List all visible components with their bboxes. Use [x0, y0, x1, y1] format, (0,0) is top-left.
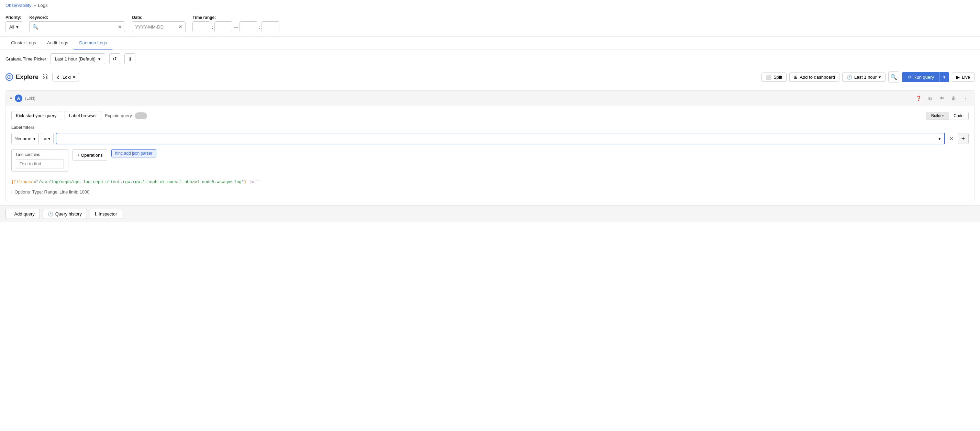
- tab-cluster-logs[interactable]: Cluster Logs: [5, 37, 41, 49]
- date-input[interactable]: [135, 24, 176, 30]
- options-label: Options: [14, 189, 30, 194]
- live-button[interactable]: ▶ Live: [952, 73, 975, 82]
- time-colon-2: :: [259, 24, 260, 30]
- label-filter-clear-button[interactable]: ✕: [947, 135, 956, 143]
- query-block-right: ❓ ⧉ 👁 🗑 ⋮: [914, 94, 970, 103]
- search-icon: 🔍: [32, 24, 38, 30]
- time-end-hour-input[interactable]: 23: [240, 21, 258, 32]
- time-end-minute-input[interactable]: 59: [261, 21, 279, 32]
- date-clear-button[interactable]: ✕: [178, 24, 183, 29]
- split-button[interactable]: ⬜ Split: [762, 73, 786, 82]
- share-icon[interactable]: ⛓: [43, 74, 48, 80]
- priority-select[interactable]: All ▾: [5, 21, 22, 32]
- last-hour-button[interactable]: 🕐 Last 1 hour ▾: [842, 73, 886, 82]
- grafana-bar: Grafana Time Picker Last 1 hour (Default…: [0, 50, 980, 68]
- tabs-bar: Cluster Logs Audit Logs Daemon Logs: [0, 37, 980, 50]
- query-duplicate-button[interactable]: ⧉: [925, 94, 935, 103]
- label-value-input[interactable]: /var/log/ceph/ops-log-ceph-client.rgw.rg…: [60, 136, 936, 141]
- kick-start-button[interactable]: Kick start your query: [11, 111, 61, 120]
- query-history-label: Query history: [55, 212, 82, 216]
- explore-right: ⬜ Split ⊞ Add to dashboard 🕐 Last 1 hour…: [762, 72, 975, 83]
- time-range-row: 00 : 00 — 23 : 59: [192, 21, 279, 32]
- info-button[interactable]: ℹ: [124, 53, 135, 64]
- keyword-input-wrap: 🔍 ✕: [29, 21, 125, 32]
- options-chevron-icon: ›: [11, 190, 13, 194]
- tab-audit-logs[interactable]: Audit Logs: [41, 37, 73, 49]
- query-visibility-button[interactable]: 👁: [937, 94, 947, 103]
- add-to-dashboard-button[interactable]: ⊞ Add to dashboard: [789, 73, 840, 82]
- label-filter-row: filename ▾ = ▾ /var/log/ceph/ops-log-cep…: [11, 133, 969, 144]
- svg-point-1: [9, 76, 10, 78]
- builder-code-tabs: Builder Code: [926, 112, 969, 120]
- hint-add-json-parser-badge[interactable]: hint: add json parser: [111, 149, 156, 157]
- time-separator: —: [234, 24, 238, 30]
- split-label: Split: [773, 75, 782, 80]
- inspector-button[interactable]: ℹ Inspector: [90, 209, 122, 219]
- add-dashboard-label: Add to dashboard: [800, 75, 835, 80]
- query-block-left: ▾ A (Loki): [10, 94, 35, 102]
- explain-query-toggle: Explain query: [105, 112, 147, 119]
- time-start-hour-input[interactable]: 00: [192, 21, 210, 32]
- options-limit: Line limit: 1000: [59, 189, 89, 194]
- priority-chevron-icon: ▾: [16, 24, 19, 30]
- query-collapse-button[interactable]: ▾: [10, 96, 12, 101]
- refresh-button[interactable]: ↺: [109, 53, 120, 64]
- query-history-button[interactable]: 🕐 Query history: [43, 209, 87, 219]
- text-to-find-input[interactable]: [16, 159, 64, 169]
- label-filter-add-button[interactable]: +: [958, 133, 969, 144]
- priority-label: Priority:: [5, 15, 22, 20]
- run-query-dropdown-button[interactable]: ▾: [939, 72, 949, 82]
- options-type: Type: Range: [32, 189, 57, 194]
- live-label: Live: [962, 75, 970, 80]
- run-query-label: Run query: [913, 75, 934, 80]
- priority-value: All: [9, 24, 14, 30]
- last-hour-chevron-icon: ▾: [879, 75, 881, 80]
- time-colon-1: :: [212, 24, 213, 30]
- query-preview-value: "/var/log/ceph/ops-log-ceph-client.rgw.r…: [36, 180, 244, 184]
- explain-toggle-switch[interactable]: [135, 112, 147, 119]
- keyword-clear-button[interactable]: ✕: [118, 24, 122, 29]
- keyword-input[interactable]: [40, 24, 116, 30]
- add-operations-button[interactable]: + Operations: [73, 149, 107, 161]
- run-query-button[interactable]: ↺ Run query ▾: [902, 72, 949, 82]
- query-delete-button[interactable]: 🗑: [949, 94, 958, 103]
- query-preview: {filename="/var/log/ceph/ops-log-ceph-cl…: [11, 177, 969, 188]
- options-row[interactable]: › Options Type: Range Line limit: 1000: [11, 188, 969, 196]
- query-help-button[interactable]: ❓: [914, 94, 923, 103]
- inspector-label: Inspector: [99, 212, 117, 216]
- tab-daemon-logs[interactable]: Daemon Logs: [73, 37, 112, 49]
- label-key-select[interactable]: filename ▾: [11, 133, 39, 144]
- query-block: ▾ A (Loki) ❓ ⧉ 👁 🗑 ⋮ Kick start your que…: [5, 91, 975, 201]
- keyword-label: Keyword:: [29, 15, 125, 20]
- label-browser-button[interactable]: Label browser: [65, 111, 102, 120]
- label-op-select[interactable]: = ▾: [41, 133, 54, 144]
- query-more-button[interactable]: ⋮: [961, 94, 970, 103]
- zoom-out-button[interactable]: 🔍: [888, 72, 899, 83]
- label-key-chevron-icon: ▾: [33, 136, 36, 141]
- query-actions-row: Kick start your query Label browser Expl…: [11, 111, 969, 120]
- breadcrumb-observability[interactable]: Observability: [5, 3, 31, 8]
- label-filters-section: Label filters filename ▾ = ▾ /var/log/ce…: [11, 125, 969, 144]
- add-query-button[interactable]: + Add query: [5, 209, 40, 219]
- date-filter: Date: ✕: [132, 15, 186, 32]
- explore-title: Explore: [5, 73, 38, 81]
- grafana-time-picker-select[interactable]: Last 1 hour (Default) ▾: [51, 53, 105, 64]
- play-icon: ▶: [956, 75, 960, 80]
- query-preview-key: filename: [14, 180, 34, 184]
- code-tab[interactable]: Code: [949, 112, 968, 119]
- run-query-chevron-icon: ▾: [943, 75, 946, 80]
- query-preview-backticks: ``: [256, 180, 261, 184]
- time-start-minute-input[interactable]: 00: [215, 21, 232, 32]
- query-letter-badge: A: [15, 94, 22, 102]
- builder-tab[interactable]: Builder: [926, 112, 949, 119]
- dashboard-icon: ⊞: [794, 75, 797, 80]
- time-range-label: Time range:: [192, 15, 279, 20]
- label-key-value: filename: [14, 136, 31, 141]
- filters-bar: Priority: All ▾ Keyword: 🔍 ✕ Date: ✕ Tim…: [0, 11, 980, 37]
- date-label: Date:: [132, 15, 186, 20]
- breadcrumb-logs: Logs: [38, 3, 48, 8]
- query-body: Kick start your query Label browser Expl…: [6, 106, 974, 201]
- last-hour-label: Last 1 hour: [854, 75, 877, 80]
- datasource-button[interactable]: 🕯 Loki ▾: [52, 73, 79, 81]
- query-block-header: ▾ A (Loki) ❓ ⧉ 👁 🗑 ⋮: [6, 91, 974, 106]
